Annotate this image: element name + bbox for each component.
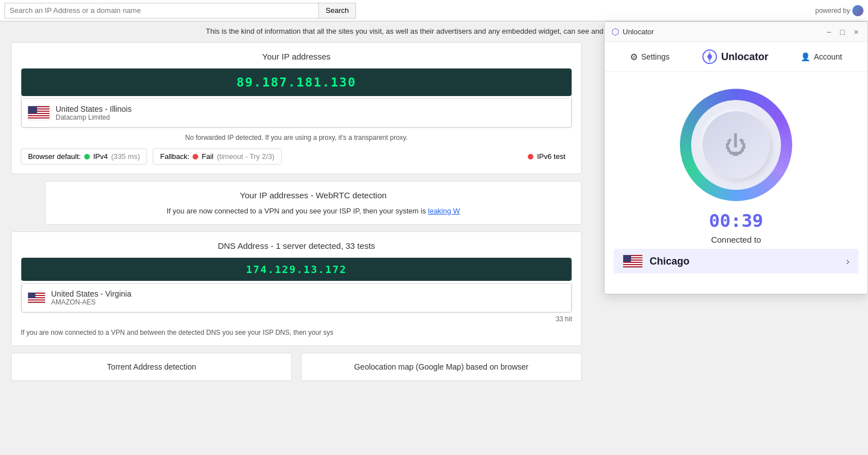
- us-flag-icon: [28, 106, 50, 120]
- connected-label: Connected to: [711, 235, 761, 244]
- geo-card: Geolocation map (Google Map) based on br…: [301, 353, 582, 381]
- timer-display: 00:39: [709, 210, 763, 231]
- ip-country-state: United States - Illinois: [56, 104, 131, 113]
- gear-icon: ⚙: [630, 52, 638, 62]
- ip-addresses-card: Your IP addresses 89.187.181.130 United …: [11, 42, 582, 174]
- search-input[interactable]: [4, 3, 319, 19]
- ipv6-dot: [528, 154, 533, 160]
- bottom-cards: Torrent Address detection Geolocation ma…: [11, 353, 582, 381]
- power-area: ⏻ 00:39 Connected to Chicago ›: [614, 72, 858, 285]
- ip-address-display: 89.187.181.130: [21, 69, 572, 96]
- webrtc-link[interactable]: leaking W: [428, 207, 460, 215]
- popup-minimize-button[interactable]: −: [824, 28, 833, 37]
- webrtc-text: If you are now connected to a VPN and yo…: [54, 207, 572, 215]
- brand-nav-item[interactable]: Unlocator: [702, 49, 768, 65]
- torrent-card: Torrent Address detection: [11, 353, 292, 381]
- fallback-badge: Fallback: Fail (timeout - Try 2/3): [153, 148, 282, 165]
- ip-location-text: United States - Illinois Datacamp Limite…: [56, 104, 131, 121]
- unlocator-logo-small: ⬡: [611, 26, 619, 37]
- power-button[interactable]: ⏻: [702, 111, 770, 179]
- dns-card-title: DNS Address - 1 server detected, 33 test…: [21, 241, 572, 251]
- popup-nav: ⚙ Settings Unlocator 👤 Account: [605, 42, 867, 72]
- powered-by: powered by: [815, 5, 864, 16]
- dns-hits: 33 hit: [21, 315, 572, 323]
- browser-default-badge: Browser default: IPv4 (335 ms): [21, 148, 147, 165]
- location-city-name: Chicago: [650, 256, 839, 267]
- popup-restore-button[interactable]: □: [838, 28, 847, 37]
- dns-footer-text: If you are now connected to a VPN and be…: [21, 329, 572, 336]
- account-nav-item[interactable]: 👤 Account: [801, 52, 842, 61]
- ip-status-row: Browser default: IPv4 (335 ms) Fallback:…: [21, 148, 572, 165]
- dns-isp: AMAZON-AES: [51, 298, 131, 306]
- popup-close-button[interactable]: ×: [852, 28, 861, 37]
- ip-isp: Datacamp Limited: [56, 113, 131, 121]
- location-row[interactable]: Chicago ›: [614, 249, 858, 274]
- popup-title: ⬡ Unlocator: [611, 26, 654, 37]
- power-ring: ⏻: [680, 89, 792, 201]
- ip-location-row: United States - Illinois Datacamp Limite…: [21, 98, 572, 128]
- dns-country-state: United States - Virginia: [51, 289, 131, 298]
- search-button[interactable]: Search: [318, 3, 356, 19]
- dns-location-row: United States - Virginia AMAZON-AES: [21, 283, 572, 312]
- dns-ip-display: 174.129.13.172: [21, 258, 572, 281]
- settings-nav-item[interactable]: ⚙ Settings: [630, 52, 670, 62]
- main-content: This is the kind of information that all…: [0, 21, 868, 386]
- fail-status-dot: [193, 154, 198, 160]
- account-icon: 👤: [801, 52, 810, 61]
- popup-body: ⏻ 00:39 Connected to Chicago ›: [605, 72, 867, 294]
- brand-logo: Unlocator: [702, 49, 768, 65]
- svg-point-1: [707, 54, 712, 59]
- unlocator-brand-icon: [702, 49, 718, 65]
- powered-by-icon: [852, 5, 864, 16]
- power-icon: ⏻: [725, 133, 747, 158]
- top-bar: Search powered by: [0, 0, 868, 21]
- chevron-right-icon: ›: [846, 256, 849, 267]
- webrtc-card-title: Your IP addresses - WebRTC detection: [54, 190, 572, 200]
- dns-card: DNS Address - 1 server detected, 33 test…: [11, 231, 582, 346]
- ipv4-status-dot: [84, 154, 90, 160]
- webrtc-card: Your IP addresses - WebRTC detection If …: [45, 181, 582, 225]
- power-ring-inner: ⏻: [691, 100, 781, 190]
- chicago-flag-icon: [623, 254, 643, 268]
- dns-us-flag-icon: [28, 292, 45, 303]
- popup-controls: − □ ×: [824, 28, 861, 37]
- popup-title-bar: ⬡ Unlocator − □ ×: [605, 22, 867, 42]
- no-forward-text: No forwarded IP detected. If you are usi…: [21, 134, 572, 142]
- ipv6-badge: IPv6 test: [521, 148, 572, 165]
- dns-location-text: United States - Virginia AMAZON-AES: [51, 289, 131, 306]
- ip-card-title: Your IP addresses: [21, 52, 572, 61]
- unlocator-popup: ⬡ Unlocator − □ × ⚙ Settings: [604, 21, 868, 294]
